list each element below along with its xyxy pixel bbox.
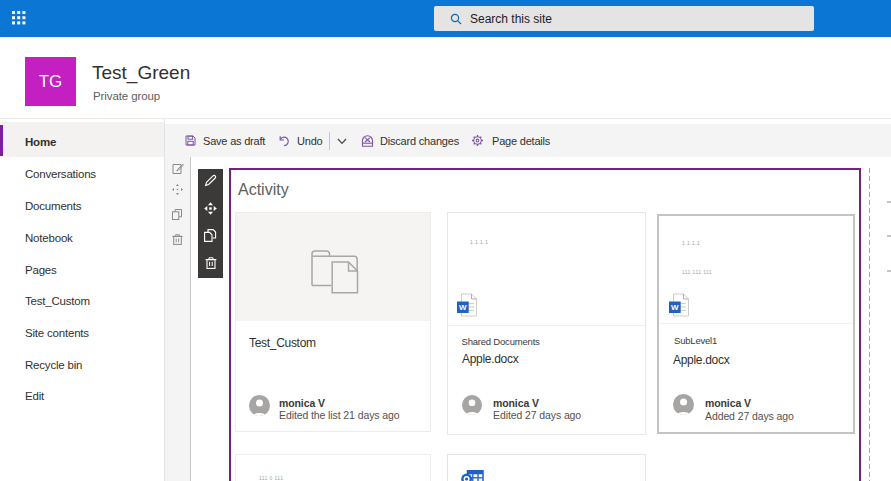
svg-text:W: W <box>671 303 679 312</box>
svg-text:W: W <box>459 303 467 312</box>
